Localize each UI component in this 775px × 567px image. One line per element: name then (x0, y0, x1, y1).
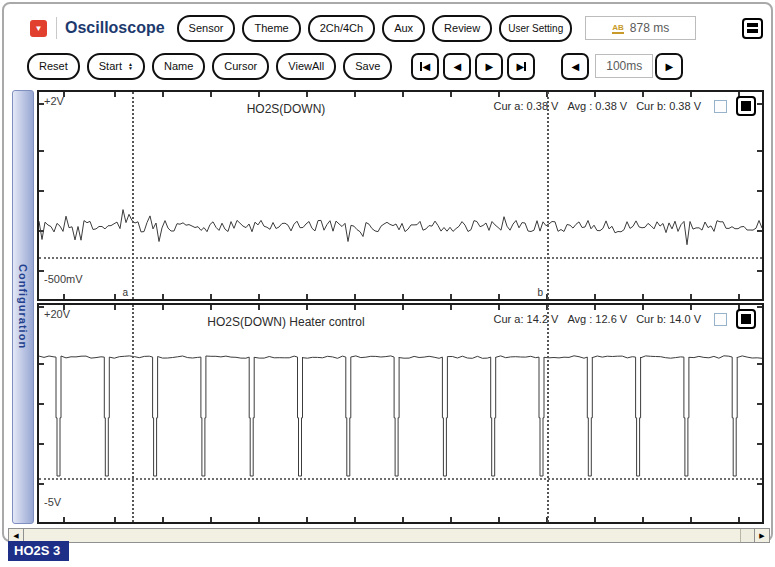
horizontal-scrollbar[interactable]: ◀ ▶ (8, 528, 770, 543)
scroll-left-icon: ◀ (13, 532, 18, 540)
cursor-b-letter: b (538, 287, 544, 298)
timebase-value: 100ms (595, 54, 653, 78)
skip-to-end-button[interactable]: ▶ (507, 53, 535, 80)
cursor-a-letter: a (123, 287, 129, 298)
page-title: Oscilloscope (65, 19, 165, 37)
timebase-right-icon: ▶ (665, 61, 673, 72)
timebase-decrease-button[interactable]: ◀ (561, 53, 589, 80)
channel2-avg-value: 12.6 V (595, 313, 627, 325)
review-button[interactable]: Review (432, 15, 492, 42)
scroll-right-icon: ▶ (759, 532, 764, 540)
sensor-button[interactable]: Sensor (177, 15, 236, 42)
channel1-channel-button[interactable] (736, 96, 756, 116)
reset-button[interactable]: Reset (27, 53, 80, 80)
divider (56, 17, 57, 39)
channel1-top-voltage-label: +2V (44, 95, 64, 107)
toolbar-top: ▼ Oscilloscope Sensor Theme 2Ch/4Ch Aux … (30, 12, 763, 44)
aux-button[interactable]: Aux (382, 15, 425, 42)
skip-to-start-button[interactable]: ◀ (411, 53, 439, 80)
app-menu-icon[interactable]: ▼ (30, 20, 47, 37)
viewall-button[interactable]: ViewAll (276, 53, 336, 80)
cursor-b-line[interactable] (547, 92, 549, 299)
start-button[interactable]: Start ▲▼ (87, 53, 145, 80)
channel1-checkbox[interactable] (714, 100, 727, 113)
app-window: ▼ Oscilloscope Sensor Theme 2Ch/4Ch Aux … (2, 2, 773, 542)
cursor-button[interactable]: Cursor (212, 53, 269, 80)
step-back-icon: ◀ (453, 61, 461, 72)
timebase-control: ◀ 100ms ▶ (561, 53, 687, 80)
configuration-tab[interactable]: Configuration (12, 90, 34, 524)
theme-button[interactable]: Theme (242, 15, 300, 42)
step-forward-icon: ▶ (485, 61, 493, 72)
channel1-title: HO2S(DOWN) (247, 102, 326, 116)
channel2-cur-a-value: 14.2 V (527, 313, 559, 325)
configuration-tab-label: Configuration (17, 264, 29, 349)
oscilloscope-screen: ▼ Oscilloscope Sensor Theme 2Ch/4Ch Aux … (0, 0, 775, 567)
channel2-channel-button[interactable] (736, 309, 756, 329)
channel1-cur-a-value: 0.38 V (527, 100, 559, 112)
channel2-title: HO2S(DOWN) Heater control (207, 315, 364, 329)
channel1-cur-b-value: 0.38 V (669, 100, 701, 112)
cursor-ab-icon: AB (612, 23, 624, 34)
channel2-top-voltage-label: +20V (44, 308, 70, 320)
waveform-svg (39, 92, 762, 299)
cursor-a-line[interactable] (132, 305, 134, 522)
user-setting-button[interactable]: User Setting (499, 15, 572, 42)
channel1-avg-label: Avg : (567, 100, 592, 112)
cursor-a-line[interactable] (132, 92, 134, 299)
timebase-increase-button[interactable]: ▶ (655, 53, 683, 80)
cursor-ab-time-display: AB 878 ms (585, 16, 696, 40)
status-badge: HO2S 3 (8, 541, 69, 561)
channel2-plot[interactable] (39, 305, 762, 522)
toolbar-second: Reset Start ▲▼ Name Cursor ViewAll Save … (27, 50, 763, 82)
channel1-plot[interactable]: ab (39, 92, 762, 299)
channel1-bottom-voltage-label: -500mV (44, 273, 83, 285)
chevron-down-icon: ▼ (35, 24, 43, 33)
channel2-cur-a-label: Cur a: (494, 313, 524, 325)
scrollbar-thumb[interactable] (24, 529, 740, 542)
channel2-cur-b-label: Cur b: (636, 313, 666, 325)
start-spinner-icon: ▲▼ (128, 62, 133, 70)
name-button[interactable]: Name (152, 53, 205, 80)
skip-start-icon: ◀ (422, 61, 430, 72)
step-forward-button[interactable]: ▶ (475, 53, 503, 80)
channel2-bottom-voltage-label: -5V (44, 496, 61, 508)
channel-mode-button[interactable]: 2Ch/4Ch (308, 15, 375, 42)
save-button[interactable]: Save (343, 53, 392, 80)
scroll-right-button[interactable]: ▶ (754, 529, 769, 542)
timebase-left-icon: ◀ (571, 61, 579, 72)
step-back-button[interactable]: ◀ (443, 53, 471, 80)
channel2-checkbox[interactable] (714, 313, 727, 326)
waveform-svg (39, 305, 762, 522)
channel2-readings: Cur a: 14.2 V Avg : 12.6 V Cur b: 14.0 V (494, 309, 756, 329)
channel1-readings: Cur a: 0.38 V Avg : 0.38 V Cur b: 0.38 V (494, 96, 756, 116)
channel2-avg-label: Avg : (567, 313, 592, 325)
channel1-cur-a-label: Cur a: (494, 100, 524, 112)
cursor-b-line[interactable] (547, 305, 549, 522)
zero-reference-line (39, 257, 762, 259)
channel1-cur-b-label: Cur b: (636, 100, 666, 112)
scrollbar-track-end (740, 529, 754, 542)
scope-area: Configuration ab +2V -500mV HO2S(DOWN) C… (12, 90, 767, 526)
zero-reference-line (39, 478, 762, 480)
channel2-panel: +20V -5V HO2S(DOWN) Heater control Cur a… (37, 303, 764, 524)
cursor-ab-time-value: 878 ms (630, 21, 669, 35)
skip-end-icon: ▶ (516, 61, 524, 72)
channel2-cur-b-value: 14.0 V (669, 313, 701, 325)
channel1-panel: ab +2V -500mV HO2S(DOWN) Cur a: 0.38 V A… (37, 90, 764, 301)
window-menu-icon[interactable] (742, 18, 763, 39)
channel1-avg-value: 0.38 V (595, 100, 627, 112)
start-button-label: Start (99, 60, 122, 72)
